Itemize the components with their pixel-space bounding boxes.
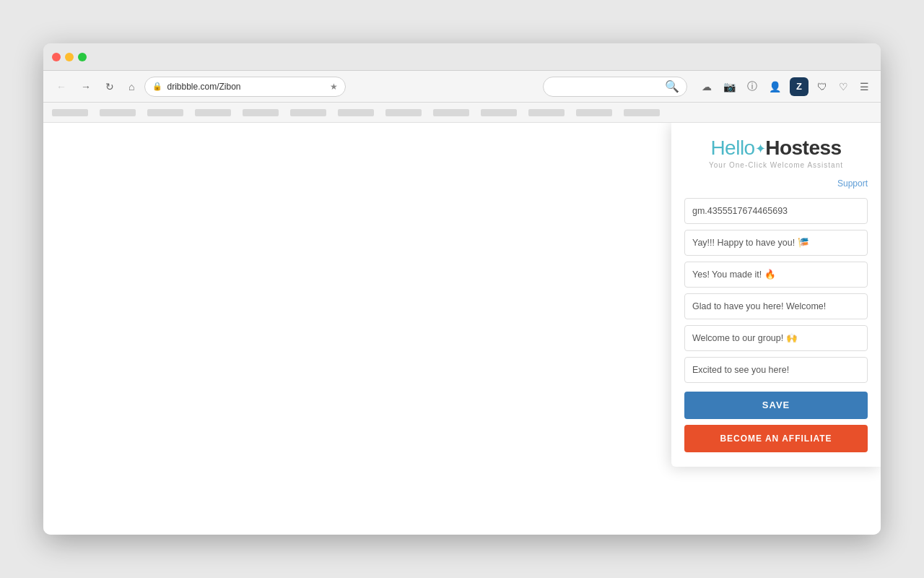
minimize-button[interactable]	[65, 53, 74, 61]
browser-window: ← → ↻ ⌂ 🔒 ★ 🔍 ☁ 📷 ⓘ 👤 Z 🛡 ♡ ☰	[43, 43, 881, 535]
reload-button[interactable]: ↻	[101, 78, 118, 95]
support-anchor[interactable]: Support	[837, 178, 868, 189]
bookmark-item[interactable]	[147, 109, 183, 116]
nav-bar: ← → ↻ ⌂ 🔒 ★ 🔍 ☁ 📷 ⓘ 👤 Z 🛡 ♡ ☰	[43, 71, 881, 103]
message-input-1[interactable]	[684, 198, 868, 224]
search-bar[interactable]: 🔍	[543, 77, 687, 97]
bookmark-item[interactable]	[100, 109, 136, 116]
nav-icons: ☁ 📷 ⓘ 👤 Z 🛡 ♡ ☰	[699, 77, 872, 96]
menu-button[interactable]: ☰	[857, 78, 872, 95]
logo: Hello✦Hostess	[684, 137, 868, 160]
message-input-5[interactable]	[684, 325, 868, 351]
bookmarks-list	[52, 109, 660, 116]
search-input[interactable]	[551, 82, 661, 92]
bookmark-item[interactable]	[385, 109, 422, 116]
message-input-6[interactable]	[684, 357, 868, 383]
bookmark-star-icon[interactable]: ★	[330, 82, 338, 92]
logo-hostess: Hostess	[765, 137, 841, 159]
bookmark-item[interactable]	[433, 109, 469, 116]
url-input[interactable]	[167, 82, 326, 92]
title-bar	[43, 43, 881, 71]
extension-popup: Hello✦Hostess Your One-Click Welcome Ass…	[671, 123, 881, 467]
back-button[interactable]: ←	[52, 78, 71, 95]
bookmark-item[interactable]	[481, 109, 517, 116]
bookmark-item[interactable]	[290, 109, 326, 116]
logo-hello: Hello	[710, 137, 754, 159]
extension-button[interactable]: Z	[790, 77, 808, 96]
cloud-icon[interactable]: ☁	[699, 78, 715, 95]
bookmark-item[interactable]	[624, 109, 660, 116]
message-input-3[interactable]	[684, 262, 868, 288]
bookmark-item[interactable]	[52, 109, 88, 116]
home-button[interactable]: ⌂	[124, 78, 139, 95]
message-input-2[interactable]	[684, 230, 868, 256]
bookmark-item[interactable]	[528, 109, 565, 116]
affiliate-button[interactable]: BECOME AN AFFILIATE	[684, 425, 868, 452]
traffic-lights	[52, 53, 87, 61]
bookmark-item[interactable]	[195, 109, 231, 116]
bookmark-item[interactable]	[243, 109, 279, 116]
heart-icon[interactable]: ♡	[836, 78, 851, 95]
bookmark-item[interactable]	[338, 109, 374, 116]
support-link[interactable]: Support	[684, 176, 868, 189]
lock-icon: 🔒	[152, 82, 162, 91]
bookmark-item[interactable]	[576, 109, 612, 116]
address-bar[interactable]: 🔒 ★	[144, 77, 346, 97]
message-input-4[interactable]	[684, 293, 868, 319]
logo-area: Hello✦Hostess Your One-Click Welcome Ass…	[684, 137, 868, 169]
maximize-button[interactable]	[78, 53, 87, 61]
logo-tagline: Your One-Click Welcome Assistant	[684, 161, 868, 169]
camera-icon[interactable]: 📷	[720, 78, 738, 95]
search-icon: 🔍	[665, 79, 679, 93]
forward-button[interactable]: →	[77, 78, 95, 95]
profile-icon[interactable]: 👤	[766, 78, 784, 95]
shield-icon[interactable]: 🛡	[814, 78, 830, 95]
save-button[interactable]: SAVE	[684, 392, 868, 419]
bookmarks-bar	[43, 103, 881, 123]
close-button[interactable]	[52, 53, 61, 61]
info-icon[interactable]: ⓘ	[744, 77, 760, 96]
browser-content: Hello✦Hostess Your One-Click Welcome Ass…	[43, 123, 881, 535]
logo-cursor-icon: ✦	[755, 142, 766, 157]
